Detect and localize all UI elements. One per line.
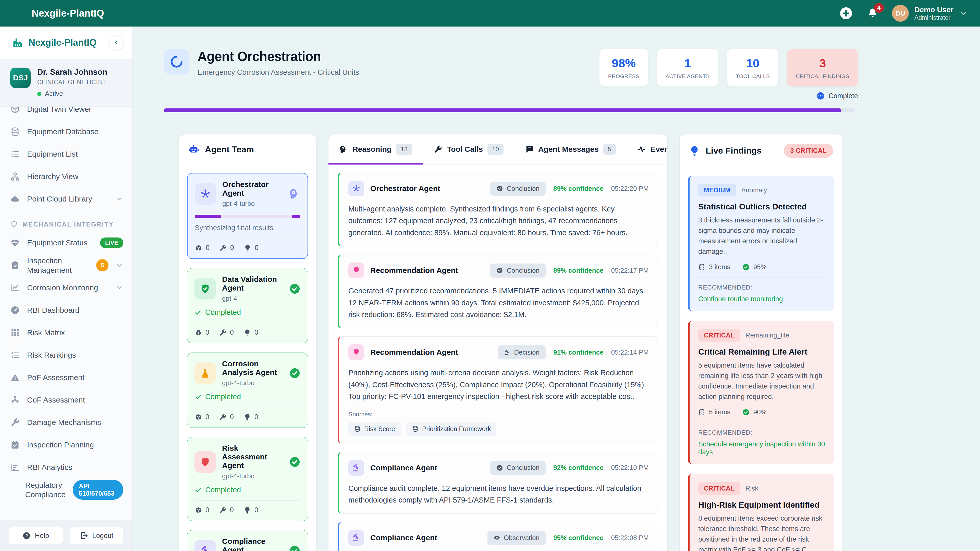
sidebar-item-label: Risk Matrix	[27, 328, 123, 338]
message-time: 05:22:17 PM	[611, 267, 649, 275]
source-chip-prioritization-framework[interactable]: Prioritization Framework	[406, 422, 496, 436]
heart-pulse-icon	[10, 238, 20, 248]
head-gear-icon	[339, 145, 348, 154]
help-button[interactable]: ? Help	[9, 527, 63, 545]
sidebar-item-corrosion-monitoring[interactable]: Corrosion Monitoring	[10, 276, 123, 299]
database-icon	[354, 426, 361, 432]
agent-card-risk-assessment-agent[interactable]: Risk Assessment Agent gpt-4-turbo Comple…	[187, 437, 308, 521]
wrench-icon	[10, 418, 20, 427]
database-icon	[10, 127, 20, 137]
tab-agent-messages[interactable]: Agent Messages5	[514, 135, 627, 164]
reasoning-message: Orchestrator Agent Conclusion 89% confid…	[338, 173, 658, 246]
agent-status: Completed	[194, 392, 301, 401]
message-time: 05:22:14 PM	[611, 348, 649, 356]
message-time: 05:22:08 PM	[611, 534, 649, 542]
agent-name: Corrosion Analysis Agent	[222, 359, 283, 377]
sidebar-item-regulatory-compliance[interactable]: Regulatory ComplianceAPI 510/570/653	[10, 478, 123, 501]
finding-recommendation[interactable]: Continue routine monitoring	[698, 295, 826, 303]
activity-icon	[637, 145, 646, 154]
reasoning-message: Recommendation Agent Conclusion 89% conf…	[338, 254, 658, 328]
sidebar-item-equipment-list[interactable]: Equipment List	[10, 143, 123, 165]
sidebar-item-point-cloud-library[interactable]: Point Cloud Library	[10, 188, 123, 210]
sidebar-collapse-button[interactable]	[109, 35, 124, 50]
calendar-check-icon	[10, 440, 20, 450]
chart-line-icon	[10, 283, 20, 292]
finding-items: 3 items	[698, 263, 730, 271]
agent-card-orchestrator-agent[interactable]: Orchestrator Agent gpt-4-turbo Synthesiz…	[187, 173, 308, 259]
sidebar-item-label: PoF Assessment	[27, 373, 123, 383]
message-confidence: 89% confidence	[553, 267, 604, 275]
page-title: Agent Orchestration	[197, 49, 359, 64]
agent-status: Completed	[194, 308, 301, 317]
sidebar-item-hierarchy-view[interactable]: Hierarchy View	[10, 165, 123, 188]
stat-value: 1	[666, 56, 710, 70]
sidebar-item-damage-mechanisms[interactable]: Damage Mechanisms	[10, 411, 123, 433]
stat-card-tool-calls: 10TOOL CALLS	[727, 49, 778, 86]
sidebar-item-label: Corrosion Monitoring	[27, 283, 108, 292]
gauge-icon	[10, 305, 20, 315]
sidebar-item-label: Inspection Planning	[27, 440, 123, 450]
sidebar-item-equipment-status[interactable]: Equipment StatusLIVE	[10, 232, 123, 254]
sidebar-item-inspection-planning[interactable]: Inspection Planning	[10, 433, 123, 456]
clipboard-check-icon	[10, 260, 20, 270]
agent-count-package-icon: 0	[194, 506, 209, 514]
source-chip-risk-score[interactable]: Risk Score	[348, 422, 401, 436]
sidebar-item-digital-twin-viewer[interactable]: Digital Twin Viewer	[10, 106, 123, 121]
package-icon	[194, 507, 202, 514]
message-type-badge: Conclusion	[490, 182, 546, 196]
finding-items: 5 items	[698, 408, 730, 416]
finding-description: 3 thickness measurements fall outside 2-…	[698, 215, 826, 257]
user-menu[interactable]: DU Demo User Administrator	[892, 5, 968, 22]
bulb-blue-icon	[689, 145, 700, 156]
tab-count-badge: 10	[487, 144, 504, 155]
sidebar-item-equipment-database[interactable]: Equipment Database	[10, 121, 123, 143]
agent-progress-bar	[195, 215, 301, 218]
agent-card-corrosion-analysis-agent[interactable]: Corrosion Analysis Agent gpt-4-turbo Com…	[187, 353, 308, 428]
sidebar-item-cof-assessment[interactable]: CoF Assessment	[10, 389, 123, 411]
message-confidence: 89% confidence	[553, 185, 604, 192]
message-agent-name: Recommendation Agent	[370, 266, 458, 275]
agent-model: gpt-4	[222, 295, 283, 303]
stat-value: 3	[796, 56, 850, 70]
agent-card-compliance-agent[interactable]: Compliance Agent gpt-4 Completed000	[187, 530, 308, 551]
package-icon	[194, 413, 202, 421]
spinner-icon	[170, 55, 183, 68]
sidebar-section-mechanical-integrity: MECHANICAL INTEGRITY	[10, 221, 123, 228]
wrench-icon	[219, 329, 227, 337]
stat-label: CRITICAL FINDINGS	[796, 73, 850, 79]
user-role: Administrator	[915, 14, 953, 21]
message-type-badge: Decision	[498, 345, 546, 359]
finding-recommendation[interactable]: Schedule emergency inspection within 30 …	[698, 440, 826, 456]
bulb-icon	[244, 244, 251, 252]
tab-events[interactable]: Events18	[627, 135, 668, 164]
sidebar-item-label: Damage Mechanisms	[27, 418, 123, 427]
sidebar-item-risk-rankings[interactable]: 12Risk Rankings	[10, 344, 123, 366]
sidebar-item-pof-assessment[interactable]: PoF Assessment	[10, 366, 123, 389]
message-agent-icon	[352, 464, 361, 472]
notifications-button[interactable]: 4	[866, 7, 879, 19]
agent-flask-icon	[200, 368, 211, 379]
message-text: Compliance audit complete. 12 equipment …	[348, 483, 649, 506]
tab-reasoning[interactable]: Reasoning13	[328, 135, 423, 164]
sidebar-section-label: MECHANICAL INTEGRITY	[22, 221, 114, 228]
add-button[interactable]	[839, 6, 853, 21]
sidebar-item-risk-matrix[interactable]: Risk Matrix	[10, 321, 123, 344]
sidebar-item-label: Regulatory Compliance	[25, 480, 65, 499]
numbered-list-icon: 12	[10, 350, 20, 360]
agent-model: gpt-4-turbo	[222, 200, 283, 208]
agent-card-data-validation-agent[interactable]: Data Validation Agent gpt-4 Completed000	[187, 268, 308, 343]
help-label: Help	[35, 532, 49, 540]
tab-tool-calls[interactable]: Tool Calls10	[423, 135, 514, 164]
sidebar-item-label: Risk Rankings	[27, 350, 123, 360]
gavel-icon	[504, 349, 511, 356]
message-time: 05:22:20 PM	[611, 185, 649, 192]
stat-card-critical-findings: 3CRITICAL FINDINGS	[787, 49, 858, 86]
sidebar-item-rbi-analytics[interactable]: RBI Analytics	[10, 456, 123, 478]
check-circle-icon	[496, 185, 503, 192]
sidebar-item-inspection-management[interactable]: Inspection Management5	[10, 254, 123, 276]
bulb-icon	[243, 507, 251, 514]
agent-count-package-icon: 0	[194, 329, 209, 337]
logout-button[interactable]: Logout	[70, 527, 124, 545]
sidebar-item-rbi-dashboard[interactable]: RBI Dashboard	[10, 299, 123, 321]
message-text: Generated 47 prioritized recommendations…	[348, 285, 649, 321]
